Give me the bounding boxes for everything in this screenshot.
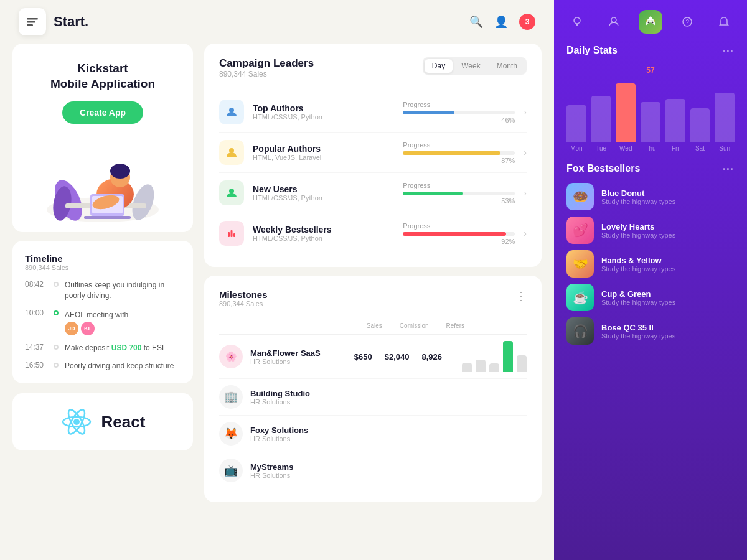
panel-icons: ? (554, 0, 747, 44)
row-info: Popular Authors HTML, VueJS, Laravel (253, 144, 403, 161)
illustration (34, 135, 171, 222)
fox-thumb-donut: 🍩 (566, 183, 594, 210)
chevron-right-icon[interactable]: › (524, 107, 527, 117)
timeline-subtitle: 890,344 Sales (25, 264, 181, 271)
svg-point-32 (647, 22, 649, 24)
milestones-title: Milestones (219, 289, 268, 300)
table-row: 🌸 Man&Flower SaaS HR Solutions $650 $2,0… (219, 335, 527, 379)
svg-point-20 (229, 148, 234, 153)
chevron-right-icon[interactable]: › (524, 147, 527, 157)
milestone-icon: 🌸 (219, 345, 243, 368)
search-icon[interactable]: 🔍 (469, 15, 483, 29)
svg-text:?: ? (685, 19, 689, 26)
svg-rect-1 (27, 21, 35, 23)
progress-area: Progress 46% (403, 101, 515, 124)
list-item[interactable]: 🤝 Hands & Yellow Study the highway types (566, 250, 735, 278)
daily-stats-chart: Mon Tue Wed Thu Fri Sat (566, 77, 735, 152)
list-item[interactable]: 🍩 Blue Donut Study the highway types (566, 183, 735, 210)
panel-icon-user[interactable] (602, 10, 626, 34)
list-item[interactable]: 🎧 Bose QC 35 II Study the highway types (566, 317, 735, 345)
fox-bestsellers-title: Fox Bestsellers ⋯ (566, 162, 735, 175)
milestones-subtitle: 890,344 Sales (219, 300, 268, 307)
chevron-right-icon[interactable]: › (524, 228, 527, 238)
campaign-header: Campaign Leaders 890,344 Sales Day Week … (219, 57, 527, 88)
chart-peak-value: 57 (566, 66, 735, 75)
campaign-subtitle: 890,344 Sales (219, 70, 314, 78)
table-row: 🏢 Building Studio HR Solutions (219, 379, 527, 416)
tab-day[interactable]: Day (425, 59, 453, 73)
kickstart-card: Kickstart Mobile Application Create App (12, 44, 193, 520)
kickstart-title: Kickstart Mobile Application (50, 61, 155, 91)
react-logo (60, 406, 93, 438)
fox-thumb-hearts: 💕 (566, 217, 594, 244)
table-row: 🦊 Foxy Solutions HR Solutions (219, 416, 527, 452)
table-row: New Users HTML/CSS/JS, Python Progress 5… (219, 173, 527, 213)
row-info: Top Authors HTML/CSS/JS, Python (253, 103, 403, 121)
fox-items-list: 🍩 Blue Donut Study the highway types 💕 L… (566, 183, 735, 345)
author-icon (219, 100, 244, 124)
more-dots-icon[interactable]: ⋯ (722, 44, 735, 57)
row-info: Weekly Bestsellers HTML/CSS/JS, Python (253, 225, 403, 242)
tab-group: Day Week Month (423, 57, 527, 75)
list-item: 14:37 Make deposit USD 700 to ESL (25, 343, 181, 353)
row-info: New Users HTML/CSS/JS, Python (253, 184, 403, 202)
list-item: 08:42 Outlines keep you indulging in poo… (25, 280, 181, 301)
campaign-card: Campaign Leaders 890,344 Sales Day Week … (204, 44, 542, 267)
chart-col-mon: Mon (566, 105, 586, 152)
tab-week[interactable]: Week (454, 59, 487, 73)
list-item[interactable]: ☕ Cup & Green Study the highway types (566, 284, 735, 311)
panel-icon-bell[interactable] (712, 10, 736, 34)
list-item[interactable]: 💕 Lovely Hearts Study the highway types (566, 217, 735, 244)
milestones-header: Milestones 890,344 Sales ⋮ (219, 289, 527, 316)
svg-marker-29 (646, 20, 655, 26)
table-row: Top Authors HTML/CSS/JS, Python Progress… (219, 92, 527, 133)
users-icon (219, 180, 244, 205)
create-app-button[interactable]: Create App (62, 101, 143, 124)
milestones-rows: 🌸 Man&Flower SaaS HR Solutions $650 $2,0… (219, 335, 527, 488)
header-left: Start. (19, 8, 88, 35)
svg-point-15 (73, 419, 80, 425)
more-dots-icon-2[interactable]: ⋯ (722, 162, 735, 175)
progress-area: Progress 53% (403, 182, 515, 205)
svg-rect-13 (84, 216, 131, 219)
table-row: Weekly Bestsellers HTML/CSS/JS, Python P… (219, 213, 527, 253)
milestones-col-headers: Sales Comission Refers (219, 320, 527, 335)
svg-point-10 (110, 164, 130, 179)
react-label: React (101, 413, 146, 432)
chevron-right-icon[interactable]: › (524, 188, 527, 198)
content-grid: Kickstart Mobile Application Create App (0, 44, 554, 560)
chart-col-thu: Thu (641, 102, 660, 152)
table-row: 📺 MyStreams HR Solutions (219, 452, 527, 488)
panel-icon-bulb[interactable] (565, 10, 589, 34)
header-right: 🔍 👤 3 (469, 14, 535, 30)
daily-stats-title: Daily Stats ⋯ (566, 44, 735, 57)
daily-stats-section: Daily Stats ⋯ 57 Mon Tue Wed Thu (554, 44, 747, 560)
notification-badge[interactable]: 3 (519, 14, 535, 30)
progress-area: Progress 87% (403, 141, 515, 164)
milestones-card: Milestones 890,344 Sales ⋮ Sales Comissi… (204, 276, 542, 502)
progress-area: Progress 92% (403, 222, 515, 245)
svg-point-19 (229, 108, 234, 113)
logo-icon (19, 8, 46, 35)
svg-marker-31 (654, 19, 656, 22)
react-card: React (12, 393, 193, 450)
fox-thumb-yellow: 🤝 (566, 250, 594, 278)
column-right: Campaign Leaders 890,344 Sales Day Week … (204, 44, 542, 520)
panel-icon-fox[interactable] (639, 10, 662, 34)
avatar-group: JD KL (65, 322, 128, 335)
chart-col-fri: Fri (665, 99, 685, 152)
panel-icon-question[interactable]: ? (675, 10, 699, 34)
right-panel: ? Daily Stats ⋯ 57 Mon Tue Wed (554, 0, 747, 560)
svg-marker-30 (645, 19, 647, 22)
svg-point-25 (574, 17, 580, 24)
tab-month[interactable]: Month (489, 59, 525, 73)
svg-marker-28 (647, 16, 654, 21)
svg-rect-26 (576, 24, 578, 26)
user-icon[interactable]: 👤 (494, 15, 508, 29)
chart-col-tue: Tue (591, 96, 611, 152)
chart-col-sat: Sat (690, 108, 710, 152)
list-item: 10:00 AEOL meeting with JD KL (25, 309, 181, 335)
more-icon[interactable]: ⋮ (515, 289, 527, 303)
timeline-title: Timeline (25, 253, 181, 264)
campaign-title: Campaign Leaders (219, 57, 314, 70)
